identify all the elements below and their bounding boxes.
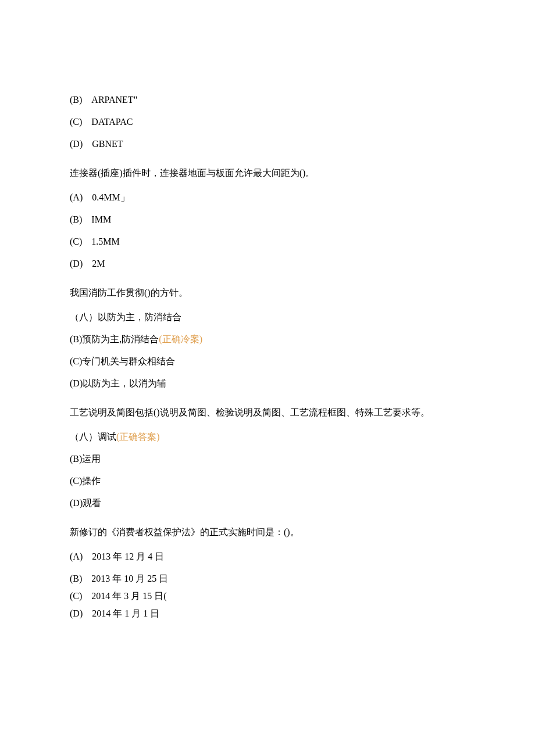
question-5: 新修订的《消费者权益保护法》的正式实施时间是：()。 (A) 2013 年 12… [70,525,465,621]
q5-option-b: (B) 2013 年 10 月 25 日 [70,572,465,586]
q3-option-b: (B)预防为主,防消结合(正确冷案) [70,332,465,346]
question-2: 连接器(插座)插件时，连接器地面与板面允许最大间距为()。 (A) 0.4MM」… [70,166,465,271]
q4-option-c: (C)操作 [70,474,465,488]
q1-option-d: (D) GBNET [70,137,465,151]
q4-correct-answer-label: (正确答案) [116,432,160,442]
q4-option-d: (D)观看 [70,496,465,510]
q4-option-b: (B)运用 [70,452,465,466]
question-3: 我国消防工作贯彻()的方针。 （八）以防为主，防消结合 (B)预防为主,防消结合… [70,286,465,390]
q5-option-d: (D) 2014 年 1 月 1 日 [70,607,465,621]
q2-option-a: (A) 0.4MM」 [70,191,465,205]
q5-option-a: (A) 2013 年 12 月 4 日 [70,550,465,564]
q2-stem: 连接器(插座)插件时，连接器地面与板面允许最大间距为()。 [70,166,465,180]
question-1-tail: (B) ARPANET" (C) DATAPAC (D) GBNET [70,93,465,151]
q1-option-c: (C) DATAPAC [70,115,465,129]
q3-option-d: (D)以防为主，以消为辅 [70,377,465,390]
q3-option-c: (C)专门机关与群众相结合 [70,354,465,368]
q1-option-b: (B) ARPANET" [70,93,465,107]
q3-option-a: （八）以防为主，防消结合 [70,310,465,324]
q3-correct-answer-label: (正确冷案) [159,334,202,344]
q5-option-c: (C) 2014 年 3 月 15 日( [70,589,465,603]
q4-stem: 工艺说明及简图包括()说明及简图、检验说明及简图、工艺流程框图、特殊工艺要求等。 [70,406,465,420]
q5-tight-group: (B) 2013 年 10 月 25 日 (C) 2014 年 3 月 15 日… [70,572,465,603]
q4-option-a: （八）调试(正确答案) [70,430,465,444]
q2-option-c: (C) 1.5MM [70,235,465,249]
q5-stem: 新修订的《消费者权益保护法》的正式实施时间是：()。 [70,525,465,539]
q3-stem: 我国消防工作贯彻()的方针。 [70,286,465,300]
q2-option-d: (D) 2M [70,257,465,271]
q3-option-b-text: (B)预防为主,防消结合 [70,334,159,344]
q4-option-a-text: （八）调试 [70,432,116,442]
q2-option-b: (B) IMM [70,213,465,227]
page: (B) ARPANET" (C) DATAPAC (D) GBNET 连接器(插… [0,0,535,756]
question-4: 工艺说明及简图包括()说明及简图、检验说明及简图、工艺流程框图、特殊工艺要求等。… [70,406,465,510]
